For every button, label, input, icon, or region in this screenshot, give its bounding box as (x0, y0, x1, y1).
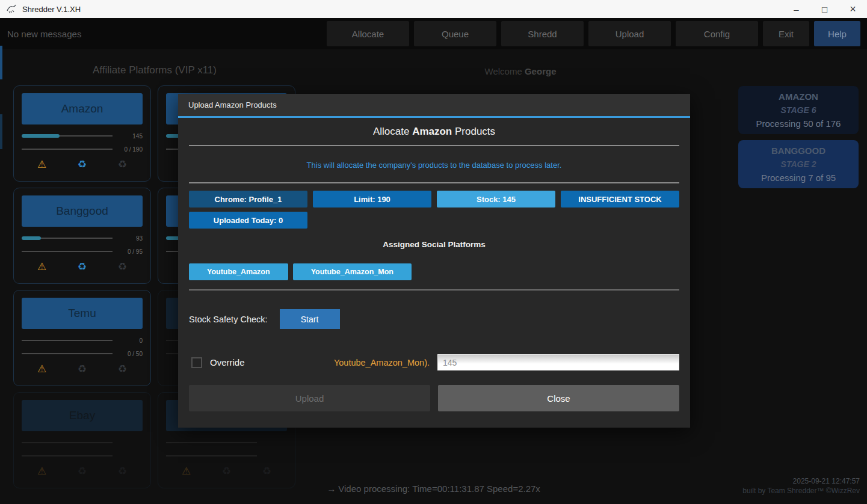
override-checkbox[interactable] (191, 357, 202, 368)
limit-button[interactable]: Limit: 190 (313, 191, 431, 207)
warning-icon: ⚠ (182, 466, 191, 478)
upload-products-dialog: Upload Amazon Products Allocate Amazon P… (178, 94, 690, 428)
platform-button[interactable]: Banggood (22, 195, 143, 227)
social-platforms-heading: Assigned Social Platforms (189, 240, 679, 249)
heading-suffix: Products (452, 126, 495, 137)
recycle-dim-icon: ♻ (118, 466, 127, 478)
build-info: 2025-09-21 12:47:57 built by Team Shredd… (742, 476, 860, 496)
quota-row: 0 / 190 (22, 147, 143, 151)
insufficient-stock-button[interactable]: INSUFFICIENT STOCK (561, 191, 679, 207)
warning-icon[interactable]: ⚠ (37, 363, 46, 375)
nav-upload-button[interactable]: Upload (588, 21, 671, 46)
quota-value: 0 / 190 (113, 147, 143, 152)
quota-bar (22, 147, 113, 151)
recycle-dim-icon: ♻ (222, 466, 231, 478)
nav-buttons: Allocate Queue Shredd Upload Config Exit… (327, 21, 860, 46)
divider (189, 182, 679, 183)
nav-queue-button[interactable]: Queue (414, 21, 496, 46)
quota-row: 0 / 95 (22, 250, 143, 253)
close-icon[interactable]: × (839, 0, 867, 18)
progress-bar (22, 134, 113, 138)
nav-exit-button[interactable]: Exit (763, 21, 809, 46)
dialog-action-row: Upload Close (189, 385, 679, 411)
warning-icon[interactable]: ⚠ (37, 261, 46, 273)
upload-button-disabled[interactable]: Upload (189, 385, 430, 411)
progress-row (22, 441, 143, 444)
affiliate-platforms-heading: Affiliate Platforms (VIP x11) (13, 64, 296, 76)
recycle-icon[interactable]: ♻ (78, 261, 87, 273)
recycle-dim-icon: ♻ (118, 261, 127, 273)
video-processing-status: → Video processing: Time=00:11:31.87 Spe… (0, 484, 867, 494)
recycle-dim-icon: ♻ (118, 363, 127, 375)
override-label: Override (210, 357, 245, 367)
stock-override-input[interactable] (437, 354, 679, 370)
main-area: Affiliate Platforms (VIP x11) Welcome Ge… (0, 49, 867, 504)
recycle-icon[interactable]: ♻ (78, 159, 87, 171)
minimize-icon[interactable]: – (782, 0, 810, 18)
clipped-card-edge (0, 114, 2, 149)
override-target-text: Youtube_Amazon_Mon). (334, 358, 430, 367)
status-card-title: BANGGOOD (741, 146, 856, 156)
status-card-stage: STAGE 6 (741, 105, 856, 115)
nav-shredd-button[interactable]: Shredd (501, 21, 584, 46)
platform-button[interactable]: Temu (22, 298, 143, 329)
status-card-stage: STAGE 2 (741, 159, 856, 169)
quota-row: 0 / 50 (22, 352, 143, 355)
clipped-card-edge (0, 46, 2, 79)
timestamp: 2025-09-21 12:47:57 (742, 476, 860, 486)
status-card-amazon: AMAZON STAGE 6 Processing 50 of 176 (738, 86, 859, 134)
welcome-username: George (525, 66, 557, 76)
recycle-dim-icon: ♻ (262, 466, 271, 478)
dialog-title: Upload Amazon Products (188, 100, 277, 109)
dialog-titlebar: Upload Amazon Products (178, 94, 690, 118)
uploaded-today-button[interactable]: Uploaded Today: 0 (189, 212, 307, 229)
progress-value: 145 (113, 134, 143, 138)
maximize-icon[interactable]: □ (810, 0, 839, 18)
heading-prefix: Allocate (373, 126, 412, 137)
progress-bar (22, 236, 113, 240)
progress-fill (22, 134, 60, 138)
welcome-text: Welcome George (391, 66, 650, 76)
platform-button[interactable]: Ebay (22, 400, 143, 431)
quota-bar (22, 454, 113, 458)
quota-value: 0 / 95 (113, 250, 143, 254)
status-card-processing: Processing 50 of 176 (741, 118, 856, 129)
progress-row: 145 (22, 134, 143, 138)
dialog-body: Allocate Amazon Products This will alloc… (178, 126, 690, 411)
heading-platform: Amazon (412, 126, 452, 137)
divider (189, 145, 679, 146)
social-buttons-row: Youtube_Amazon Youtube_Amazon_Mon (189, 263, 679, 280)
override-row: Override Youtube_Amazon_Mon). (189, 354, 679, 370)
progress-bar (22, 339, 113, 342)
platform-column-1: Amazon 145 0 / 190 ⚠ ♻ ♻ Banggood 93 (13, 85, 151, 488)
status-card-banggood: BANGGOOD STAGE 2 Processing 7 of 95 (738, 140, 859, 188)
chrome-profile-button[interactable]: Chrome: Profile_1 (189, 191, 307, 207)
progress-bar (166, 441, 257, 444)
status-card-title: AMAZON (741, 91, 856, 102)
stock-button[interactable]: Stock: 145 (437, 191, 555, 207)
dialog-heading: Allocate Amazon Products (189, 126, 679, 138)
progress-value: 93 (113, 236, 143, 241)
platform-button[interactable]: Amazon (22, 93, 143, 124)
stock-safety-label: Stock Safety Check: (189, 315, 268, 324)
status-card-processing: Processing 7 of 95 (741, 173, 856, 183)
youtube-amazon-button[interactable]: Youtube_Amazon (189, 263, 288, 280)
window-title: Shredder V.1.XH (22, 5, 782, 14)
nav-help-button[interactable]: Help (814, 21, 860, 46)
start-button[interactable]: Start (280, 309, 340, 329)
quota-row (22, 454, 143, 458)
info-button-grid: Chrome: Profile_1 Limit: 190 Stock: 145 … (189, 191, 679, 229)
quota-value: 0 / 50 (113, 352, 143, 356)
app-icon (6, 4, 17, 14)
recycle-dim-icon: ♻ (78, 466, 87, 478)
quota-bar (22, 352, 113, 355)
credit-text: built by Team Shredder™ ©WizzRev (742, 486, 860, 496)
nav-allocate-button[interactable]: Allocate (327, 21, 409, 46)
youtube-amazon-mon-button[interactable]: Youtube_Amazon_Mon (293, 263, 412, 280)
nav-config-button[interactable]: Config (676, 21, 758, 46)
platform-card-ebay-disabled: Ebay ⚠ ♻ ♻ (13, 392, 151, 488)
platform-card-temu: Temu 0 0 / 50 ⚠ ♻ ♻ (13, 290, 151, 386)
platform-card-banggood: Banggood 93 0 / 95 ⚠ ♻ ♻ (13, 188, 151, 284)
close-button[interactable]: Close (438, 385, 679, 411)
warning-icon[interactable]: ⚠ (37, 159, 46, 171)
